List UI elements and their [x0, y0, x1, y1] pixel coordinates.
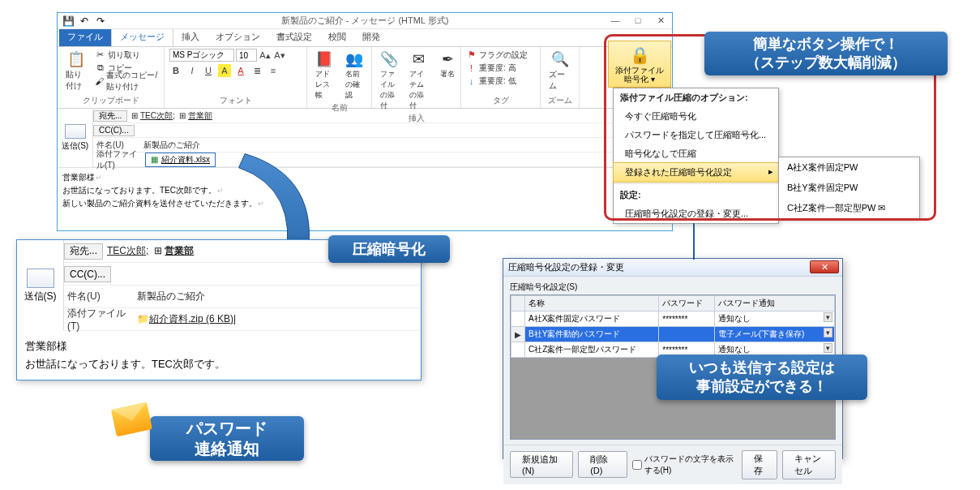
- col-notify[interactable]: パスワード通知: [714, 296, 834, 312]
- importance-high-button[interactable]: !重要度: 高: [466, 62, 528, 74]
- group-clipboard-label: クリップボード: [62, 95, 159, 106]
- body-line: 営業部様: [62, 171, 667, 184]
- grow-font-icon[interactable]: A▴: [259, 49, 272, 62]
- cut-button[interactable]: ✂切り取り: [95, 49, 159, 61]
- table-row[interactable]: A社X案件固定パスワード ******** 通知なし: [511, 312, 835, 327]
- tab-insert[interactable]: 挿入: [173, 28, 208, 46]
- menu-compress-no-encrypt[interactable]: 暗号化なしで圧縮: [614, 144, 778, 163]
- ribbon-tabs: ファイル メッセージ 挿入 オプション 書式設定 校閲 開発: [58, 29, 672, 47]
- to-button-zoom[interactable]: 宛先...: [64, 243, 103, 260]
- font-name-select[interactable]: MS Pゴシック: [169, 49, 234, 62]
- maximize-button[interactable]: □: [627, 13, 649, 28]
- minimize-button[interactable]: —: [604, 13, 627, 28]
- addin-btn-l1: 添付ファイル: [615, 66, 664, 75]
- italic-button[interactable]: I: [186, 64, 199, 77]
- message-body[interactable]: 営業部様 お世話になっております。TEC次郎です。 新しい製品のご紹介資料を送付…: [58, 168, 672, 213]
- table-row[interactable]: ▶ B社Y案件動的パスワード 電子メール(下書き保存): [511, 327, 835, 342]
- zoom-label: ズーム: [549, 69, 571, 92]
- body-line: お世話になっております。TEC次郎です。: [25, 355, 413, 373]
- zoom-button[interactable]: 🔍ズーム: [546, 49, 574, 93]
- callout-compression: 圧縮暗号化: [328, 235, 450, 263]
- submenu-item-b[interactable]: B社Y案件固定PW: [779, 178, 919, 198]
- cc-button[interactable]: CC(C)...: [93, 125, 135, 136]
- tab-file[interactable]: ファイル: [59, 28, 111, 46]
- to-value-zoom[interactable]: TEC次郎; ⊞ 営業部: [107, 244, 194, 258]
- undo-icon[interactable]: ↶: [79, 15, 90, 27]
- bullets-button[interactable]: ≣: [250, 64, 263, 77]
- col-password[interactable]: パスワード: [659, 296, 715, 312]
- outlook-compose-window: 💾 ↶ ↷ 新製品のご紹介 - メッセージ (HTML 形式) — □ ✕ ファ…: [57, 12, 673, 231]
- attachment-chip[interactable]: ▦紹介資料.xlsx: [145, 153, 216, 167]
- connector-line: [693, 223, 695, 260]
- lock-icon: 🔒: [630, 45, 650, 65]
- underline-button[interactable]: U: [202, 64, 215, 77]
- save-icon[interactable]: 💾: [62, 15, 74, 27]
- font-size-select[interactable]: 10: [236, 49, 257, 62]
- signature-label: 署名: [440, 69, 455, 80]
- format-painter-button[interactable]: 🖌書式のコピー/貼り付け: [95, 75, 159, 87]
- importance-high-icon: !: [466, 62, 477, 73]
- subject-input[interactable]: 新製品のご紹介: [143, 140, 200, 151]
- attach-item-button[interactable]: ✉アイテムの添付: [406, 49, 430, 113]
- send-button-zoom[interactable]: 送信(S): [17, 240, 64, 331]
- address-book-button[interactable]: 📕アドレス帳: [312, 49, 337, 102]
- menu-registered-settings[interactable]: 登録された圧縮暗号化設定: [613, 162, 779, 183]
- numbering-button[interactable]: ≡: [267, 64, 280, 77]
- group-font-label: フォント: [169, 95, 302, 106]
- body-line: お世話になっております。TEC次郎です。: [62, 184, 667, 197]
- close-button[interactable]: ✕: [649, 13, 672, 28]
- subject-input-zoom[interactable]: 新製品のご紹介: [137, 290, 205, 303]
- body-line: 新しい製品のご紹介資料を送付させていただきます。: [62, 197, 667, 210]
- bold-button[interactable]: B: [169, 64, 182, 77]
- attach-item-label: アイテムの添付: [409, 69, 427, 111]
- importance-low-button[interactable]: ↓重要度: 低: [466, 75, 528, 87]
- tab-message[interactable]: メッセージ: [111, 28, 173, 46]
- tab-review[interactable]: 校閲: [320, 28, 354, 46]
- tab-dev[interactable]: 開発: [354, 28, 388, 46]
- subject-label-zoom: 件名(U): [64, 290, 137, 303]
- flag-button[interactable]: ⚑フラグの設定: [466, 49, 528, 61]
- col-name[interactable]: 名称: [525, 296, 659, 312]
- tab-format[interactable]: 書式設定: [268, 28, 320, 46]
- font-color-button[interactable]: A: [234, 64, 247, 77]
- check-names-label: 名前の確認: [345, 69, 364, 101]
- send-label: 送信(S): [62, 140, 88, 152]
- signature-button[interactable]: ✒署名: [435, 49, 460, 81]
- send-button[interactable]: 送信(S): [58, 109, 93, 167]
- delete-button[interactable]: 削除(D): [578, 451, 627, 478]
- paperclip-icon: 📎: [380, 50, 398, 68]
- add-button[interactable]: 新規追加(N): [510, 451, 573, 478]
- cut-label: 切り取り: [108, 49, 140, 61]
- paste-button[interactable]: 📋 貼り付け: [62, 49, 90, 93]
- menu-manage-settings[interactable]: 圧縮暗号化設定の登録・変更...: [614, 204, 778, 223]
- to-value[interactable]: ⊞ TEC次郎; ⊞ 営業部: [131, 110, 212, 122]
- attachment-label-zoom: 添付ファイル(T): [64, 307, 137, 332]
- cc-button-zoom[interactable]: CC(C)...: [64, 266, 111, 282]
- callout-presets: いつも送信する設定は事前設定ができる！: [657, 355, 867, 400]
- shrink-font-icon[interactable]: A▾: [273, 49, 286, 62]
- save-button[interactable]: 保存: [742, 450, 777, 479]
- dialog-close-button[interactable]: ✕: [810, 260, 839, 273]
- highlight-button[interactable]: A: [218, 64, 231, 77]
- imp-high-label: 重要度: 高: [479, 62, 516, 74]
- redo-icon[interactable]: ↷: [95, 15, 106, 27]
- addin-submenu: A社X案件固定PW B社Y案件固定PW C社Z案件一部定型PW ✉: [778, 157, 920, 219]
- menu-compress-now[interactable]: 今すぐ圧縮暗号化: [614, 107, 778, 126]
- attach-file-button[interactable]: 📎ファイルの添付: [377, 49, 401, 113]
- scissors-icon: ✂: [95, 49, 105, 60]
- check-names-button[interactable]: 👥名前の確認: [342, 49, 367, 102]
- submenu-item-a[interactable]: A社X案件固定PW: [779, 157, 919, 178]
- envelope-icon: [65, 124, 86, 139]
- cancel-button[interactable]: キャンセル: [782, 450, 836, 479]
- menu-compress-with-pw[interactable]: パスワードを指定して圧縮暗号化...: [614, 126, 778, 144]
- message-body-zoom[interactable]: 営業部様 お世話になっております。TEC次郎です。: [17, 331, 421, 380]
- titlebar: 💾 ↶ ↷ 新製品のご紹介 - メッセージ (HTML 形式) — □ ✕: [58, 13, 672, 29]
- show-password-checkbox[interactable]: パスワードの文字を表示する(H): [632, 453, 737, 476]
- to-button[interactable]: 宛先...: [93, 110, 127, 122]
- addin-encrypt-button[interactable]: 🔒 添付ファイル暗号化 ▾: [608, 41, 671, 88]
- importance-low-icon: ↓: [466, 75, 477, 86]
- attachment-chip-zoom[interactable]: 📁紹介資料.zip (6 KB)|: [137, 312, 236, 326]
- callout-password-notify: パスワード連絡通知: [150, 416, 304, 461]
- tab-option[interactable]: オプション: [208, 28, 268, 46]
- submenu-item-c[interactable]: C社Z案件一部定型PW ✉: [779, 198, 919, 218]
